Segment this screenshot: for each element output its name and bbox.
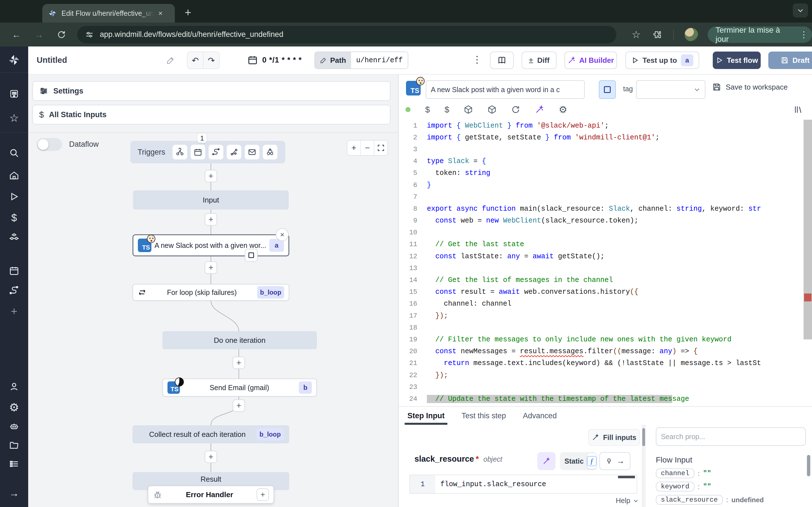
new-tab-button[interactable]: + <box>185 6 191 19</box>
function-mode-button[interactable]: ƒ <box>587 453 597 469</box>
early-stop-square-button[interactable] <box>245 249 258 262</box>
code-line[interactable]: 22 }); <box>399 369 812 381</box>
add-error-handler-button[interactable]: + <box>257 489 269 501</box>
windmill-logo-icon[interactable] <box>0 54 28 66</box>
library-icon[interactable] <box>794 105 803 114</box>
update-browser-button[interactable]: Terminer la mise à jour ⋮ <box>708 26 812 43</box>
code-line[interactable]: 1import { WebClient } from '@slack/web-a… <box>399 120 812 131</box>
search-prop-input[interactable]: Search prop... <box>656 427 806 446</box>
add-step-button[interactable]: + <box>205 262 217 274</box>
code-line[interactable]: 13 <box>399 262 812 274</box>
code-line[interactable]: 4type Slack = { <box>399 156 812 167</box>
sidebar-item-runs[interactable] <box>0 192 28 202</box>
code-line[interactable]: 17 }); <box>399 310 812 322</box>
node-slack-step[interactable]: TS A new Slack post with a given wor... … <box>133 234 289 256</box>
ai-wand-icon[interactable] <box>535 105 544 114</box>
sidebar-item-variables[interactable]: $ <box>0 212 28 224</box>
sidebar-item-resources[interactable] <box>0 232 28 243</box>
diff-button[interactable]: ± Diff <box>522 52 557 69</box>
add-step-button[interactable]: + <box>205 213 217 226</box>
save-draft-button[interactable]: Draft <box>768 52 812 69</box>
undo-button[interactable]: ↶ <box>188 52 204 68</box>
expr-text[interactable]: flow_input.slack_resource <box>435 475 637 493</box>
prop-chip[interactable]: slack_resource <box>656 495 723 505</box>
path-chip[interactable]: Path u/henri/eff <box>314 52 408 69</box>
static-expr-toggle[interactable]: Static ƒ <box>560 452 597 470</box>
reload-icon[interactable] <box>511 105 520 114</box>
code-line[interactable]: 6} <box>399 179 812 191</box>
node-do-one-iteration[interactable]: Do one iteration <box>162 331 317 349</box>
code-line[interactable]: 19 // Filter the messages to only includ… <box>399 334 812 345</box>
code-line[interactable]: 21 return message.text.includes(keyword)… <box>399 357 812 369</box>
save-to-workspace-button[interactable]: Save to workspace <box>712 82 788 92</box>
code-line[interactable]: 9 const web = new WebClient(slack_resour… <box>399 215 812 227</box>
node-send-email[interactable]: TS Send Email (gmail) b <box>162 379 317 397</box>
flow-input-entry[interactable]: keyword:"" <box>656 482 802 492</box>
code-line[interactable]: 2import { getState, setState } from 'win… <box>399 131 812 144</box>
avatar[interactable] <box>684 28 698 41</box>
package-icon[interactable] <box>464 105 473 114</box>
add-step-button[interactable]: + <box>205 170 217 182</box>
code-line[interactable]: 11 // Get the last state <box>399 238 812 250</box>
resources-dollar-icon[interactable]: $ <box>445 105 449 114</box>
cron-schedule-text[interactable]: 0 */1 * * * * <box>262 56 302 64</box>
browser-menu-kebab-icon[interactable]: ⋮ <box>800 30 808 40</box>
add-step-button[interactable]: + <box>233 356 245 369</box>
code-line[interactable]: 8export async function main(slack_resour… <box>399 203 812 215</box>
tab-advanced[interactable]: Advanced <box>523 411 557 420</box>
tab-close-icon[interactable]: × <box>158 10 163 17</box>
add-step-button[interactable]: + <box>205 451 217 463</box>
bookmark-star-icon[interactable]: ☆ <box>631 30 641 40</box>
sidebar-item-worker-groups[interactable] <box>0 459 28 469</box>
code-line[interactable]: 24 // Update the state with the timestam… <box>399 393 812 405</box>
tab-step-input[interactable]: Step Input <box>407 411 445 420</box>
extensions-icon[interactable] <box>653 30 662 39</box>
site-settings-icon[interactable] <box>85 31 94 39</box>
window-chevron-icon[interactable] <box>793 3 808 17</box>
code-line[interactable]: 7 <box>399 191 812 203</box>
ai-fill-wand-button[interactable] <box>538 452 555 470</box>
edit-name-pencil-icon[interactable] <box>166 56 175 64</box>
sidebar-item-schedules[interactable] <box>0 266 28 276</box>
redo-button[interactable]: ↷ <box>204 52 219 68</box>
reload-icon[interactable] <box>57 30 66 39</box>
code-line[interactable]: 23 <box>399 381 812 393</box>
code-line[interactable]: 5 token: string <box>399 167 812 179</box>
code-line[interactable]: 3 <box>399 144 812 155</box>
step-summary-input[interactable]: A new Slack post with a given word in a … <box>426 80 585 99</box>
docs-book-button[interactable] <box>490 52 514 69</box>
prop-chip[interactable]: channel <box>656 468 695 478</box>
flow-name[interactable]: Untitled <box>37 55 67 65</box>
concurrency-checkbox-button[interactable] <box>599 80 616 99</box>
tab-test-this-step[interactable]: Test this step <box>462 411 506 420</box>
node-collect-result[interactable]: Collect result of each iteration b_loop <box>133 425 289 443</box>
sidebar-item-folders[interactable] <box>0 440 28 450</box>
schedule-calendar-icon[interactable] <box>248 55 258 65</box>
sidebar-item-users[interactable] <box>0 382 28 392</box>
browser-tab[interactable]: Edit Flow u/henri/effective_un × <box>42 4 175 22</box>
test-up-to-button[interactable]: Test up to a <box>625 52 699 69</box>
back-icon[interactable]: ← <box>12 30 21 39</box>
input-expression-editor[interactable]: 1 flow_input.slack_resource <box>409 474 637 494</box>
code-line[interactable]: 14 // Get the list of messages in the ch… <box>399 274 812 286</box>
sidebar-item-home[interactable] <box>0 170 28 180</box>
node-error-handler[interactable]: Error Handler + <box>148 486 274 504</box>
node-forloop[interactable]: For loop (skip failures) b_loop <box>133 284 289 301</box>
help-toggle[interactable]: Help <box>616 497 639 505</box>
tag-select[interactable] <box>636 80 705 99</box>
sidebar-item-workspace[interactable] <box>0 89 28 99</box>
node-input[interactable]: Input <box>133 190 289 210</box>
delete-step-button[interactable]: × <box>276 228 289 241</box>
search-icon[interactable] <box>0 148 28 158</box>
pane-scrollbar[interactable] <box>642 425 646 507</box>
package-icon[interactable] <box>488 105 497 114</box>
variables-dollar-icon[interactable]: $ <box>425 105 430 114</box>
sidebar-item-settings-gear-icon[interactable]: ⚙ <box>0 401 28 414</box>
fill-inputs-button[interactable]: Fill inputs <box>588 429 640 446</box>
editor-scrollbar[interactable] <box>804 120 812 339</box>
ai-builder-button[interactable]: AI Builder <box>564 52 617 69</box>
address-bar[interactable]: app.windmill.dev/flows/edit/u/henri/effe… <box>77 26 616 43</box>
sidebar-item-http-routes[interactable] <box>0 286 28 296</box>
add-step-button[interactable]: + <box>233 399 245 412</box>
code-line[interactable]: 16 channel: channel <box>399 298 812 310</box>
